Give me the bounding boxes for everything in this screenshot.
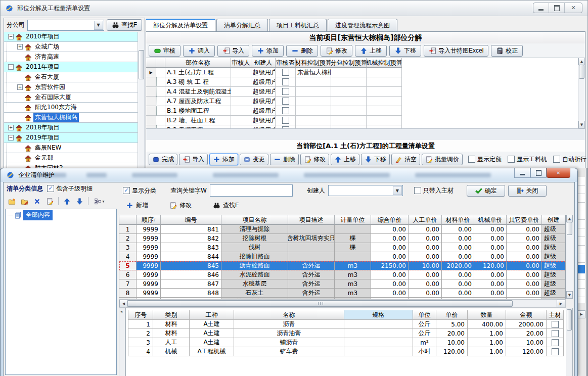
col-header[interactable]: 审核否 [276,58,296,68]
toolbar-button[interactable]: 变更 [240,154,268,165]
table-row[interactable]: A.4 混凝土及钢筋混凝土 超级用户 [146,87,578,97]
col-header[interactable]: 人工单价 [409,215,442,225]
col-header[interactable]: 部位名称 [165,58,231,68]
list-row[interactable]: 4 9999 844 挖除旧路面 0.00 0.00 0.00 0.00 0.0… [119,252,565,261]
scroll-right-icon[interactable]: ▶ [577,310,585,318]
option-checkbox[interactable] [468,156,475,163]
display-option[interactable]: 显示定额 [468,155,502,164]
detail-row[interactable]: 4 机械 A工程机械 铲车费 小时 120.00 1.00 120.00 [128,347,564,356]
maximize-button[interactable] [530,168,547,178]
audit-checkbox[interactable] [282,69,289,76]
detail-row[interactable]: 3 人工 A土建 铺沥青 m² 10.00 1.00 10.00 [128,338,564,347]
list-row[interactable]: 1 9999 841 清理与掘除 0.00 0.00 0.00 0.00 0.0… [119,225,565,234]
tree-item[interactable]: 金石国际大厦 [4,92,138,103]
col-header[interactable]: 审核人 [231,58,251,68]
minimize-button[interactable] [514,168,530,178]
tree-item[interactable]: 金石大厦 [4,72,138,82]
table-row[interactable]: A.1 土(石)方工程 超级用户 东营恒大棕榈 [146,68,578,77]
window2-titlebar[interactable]: 企业清单维护 [1,168,577,182]
list-table-scrollbar[interactable]: ▲ ▼ [566,215,573,299]
new-folder-button[interactable] [7,196,17,206]
list-row[interactable]: 2 9999 842 挖除树根 含树坑回填夯实只 棵 0.00 0.00 0.0… [119,234,565,243]
toolbar-button[interactable]: 下移 [361,154,390,165]
close-button[interactable] [547,168,570,178]
toolbar-button[interactable]: 导入 [179,154,208,165]
display-option[interactable]: 显示工料机 [508,155,547,164]
tree-scrollbar-thumb[interactable] [139,50,144,79]
toolbar-button[interactable]: 导入甘特图Excel [424,45,488,57]
tab[interactable]: 部位分解及清单设置 [146,19,215,31]
include-sub-checkbox[interactable] [47,185,54,192]
col-header[interactable]: 类别 [153,310,190,320]
col-header[interactable]: 材料控制预算 [296,58,331,68]
table-row[interactable]: A.7 屋面及防水工程 超级用户 [146,97,578,106]
detail-row[interactable]: 1 材料 A土建 沥青 公斤 5.00 400.00 2000.00 [128,320,564,329]
toolbar-button[interactable]: 导入 [217,45,249,57]
maximize-button[interactable] [549,3,565,13]
tab[interactable]: 项目工料机汇总 [269,19,327,31]
toolbar-button[interactable]: 上移 [331,154,359,165]
scrollbar-thumb[interactable] [567,222,572,235]
tree-item[interactable]: 金元郡 [4,153,138,163]
col-header[interactable]: 单价 [436,310,468,320]
audit-checkbox[interactable] [282,78,289,85]
col-header[interactable]: 机械控制预算 [367,58,402,68]
expand-toggle[interactable] [8,64,14,70]
toolbar-button[interactable]: 删除 [270,154,299,165]
show-category-option[interactable]: 显示分类 [123,186,156,195]
detail-scrollbar[interactable] [566,308,572,376]
hscrollbar-thumb[interactable] [127,300,513,307]
toolbar-button[interactable]: 完成 [149,154,177,165]
col-header[interactable]: 计量单位 [335,215,371,225]
col-header[interactable]: 名称 [234,310,344,320]
expand-toggle[interactable] [17,44,23,50]
keyword-input[interactable] [210,184,293,197]
col-header[interactable]: 编号 [161,215,221,225]
tree-view-button[interactable]: ▼ [92,196,108,206]
tree-item[interactable]: 鑫辰NEW [4,143,138,153]
col-header[interactable]: 其它费单价 [507,215,542,225]
toolbar-button[interactable]: 校正 [491,45,523,57]
tab[interactable]: 清单分解汇总 [216,19,268,31]
find-button[interactable]: 查找F [107,19,142,31]
col-header[interactable]: 单位 [413,310,436,320]
tree-item[interactable]: 2018年项目 [4,123,138,133]
scroll-left-icon[interactable]: ◀ [119,300,128,307]
list-row[interactable]: 6 9999 846 水泥砼路面 含外运 m3 0.00 0.00 0.00 0… [119,270,565,279]
parts-table-scrollbar[interactable]: ▲ ▼ [578,58,585,128]
col-header[interactable]: 顺序 [137,215,161,225]
list-row[interactable]: 3 9999 843 伐树 棵 0.00 0.00 0.00 0.00 0.00… [119,243,565,252]
scrollbar-thumb[interactable] [579,65,584,79]
main-material-checkbox[interactable] [552,321,559,328]
col-header[interactable]: 创建 [542,215,565,225]
display-option[interactable]: 自动折行 [553,155,586,164]
col-header[interactable]: 项目名称 [221,215,288,225]
toolbar-button[interactable]: 下移 [389,45,421,57]
list-toolbar-button[interactable]: 新增 [123,201,151,210]
toolbar-button[interactable]: 修改 [300,154,329,165]
option-checkbox[interactable] [508,156,515,163]
list-toolbar-button[interactable]: 修改 [166,201,195,210]
include-sub-option[interactable]: 包含子级明细 [47,184,93,193]
audit-checkbox[interactable] [282,88,289,95]
toolbar-button[interactable]: 添加 [252,45,284,57]
minimize-button[interactable] [533,3,549,13]
show-category-checkbox[interactable] [123,187,130,194]
edit-folder-button[interactable] [19,196,30,206]
tree-item[interactable]: 东营恒大棕榈岛 [4,113,138,123]
scroll-right-icon[interactable]: ▶ [557,300,565,307]
close-button[interactable] [565,3,582,13]
col-header[interactable]: 材料单价 [442,215,474,225]
close-dialog-button[interactable]: 关闭 [508,185,547,197]
list-table-hscrollbar[interactable]: ◀ ▶ [119,299,566,308]
audit-checkbox[interactable] [282,117,289,124]
tree-item[interactable]: 2011年项目 [4,62,138,72]
col-header[interactable]: 分包控制预算 [331,58,367,68]
col-header[interactable]: 主材 [547,310,564,320]
col-header[interactable]: 规格 [344,310,413,320]
delete-button[interactable] [32,196,42,206]
toolbar-button[interactable]: 调入 [183,45,215,57]
col-header[interactable]: 创建人 [251,58,276,68]
creator-select[interactable] [328,185,403,196]
tree-root-item[interactable]: 全部内容 [6,210,116,220]
